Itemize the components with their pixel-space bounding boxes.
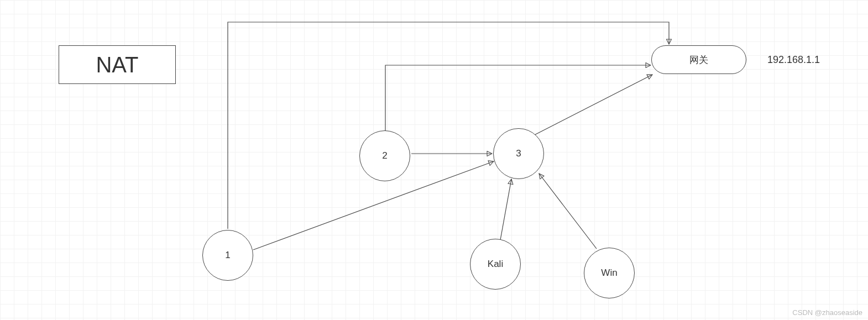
gateway-node: 网关 [651,45,746,74]
node-1: 1 [202,230,253,281]
node-3-label: 3 [516,148,521,159]
node-kali-label: Kali [488,259,503,270]
node-1-label: 1 [225,250,230,261]
nat-title-text: NAT [96,53,138,77]
edge-win-n3 [539,174,597,249]
node-win: Win [584,248,635,298]
edge-n1-gateway [228,22,669,229]
edge-n3-gateway [534,75,652,135]
watermark: CSDN @zhaoseaside [792,308,862,317]
node-kali: Kali [470,239,521,290]
edge-n2-gateway [385,65,651,131]
node-win-label: Win [601,267,617,279]
node-3: 3 [493,128,544,179]
edge-kali-n3 [500,179,511,240]
gateway-label: 网关 [689,54,708,66]
diagram-canvas: NAT 网关 192.168.1.1 1 2 3 Kali Win CSDN @… [0,0,868,320]
node-2: 2 [359,130,410,181]
nat-title-box: NAT [59,45,176,84]
node-2-label: 2 [382,150,387,161]
gateway-ip: 192.168.1.1 [767,54,820,66]
